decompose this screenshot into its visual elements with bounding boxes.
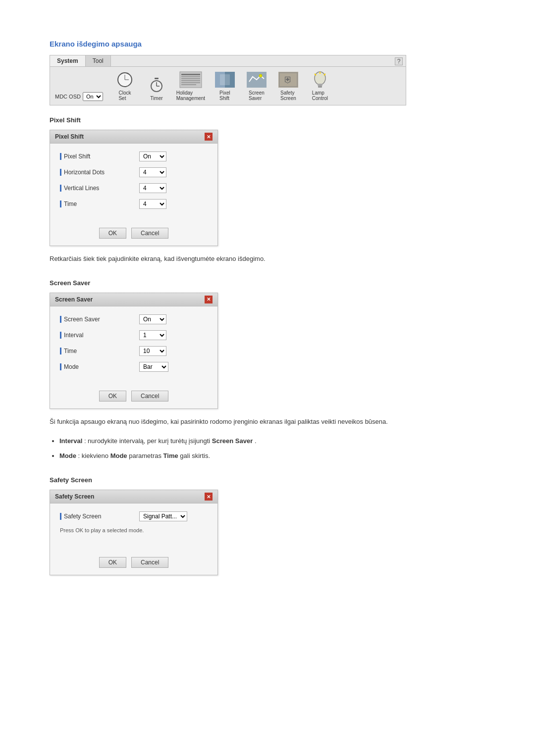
label-bar [60,363,61,370]
tab-tool[interactable]: Tool [86,55,111,66]
toolbar-item-safety-screen[interactable]: ⛨ SafetyScreen [273,71,303,101]
pixel-shift-dialog-body: Pixel Shift OnOff Horizontal Dots [50,144,217,223]
toolbar-item-lamp-control[interactable]: LampControl [305,71,335,101]
safety-screen-icon-box: ⛨ [277,71,299,89]
label-bar [60,201,61,207]
pixel-shift-ok-button[interactable]: OK [99,228,126,239]
safety-screen-dialog-header: Safety Screen ✕ [50,490,217,504]
pixel-shift-row-h-dots: Horizontal Dots 1234 [60,167,208,177]
ss-time-select[interactable]: 102030 [139,346,166,356]
bullet-mode: Mode : kiekvieno Mode parametras Time ga… [59,451,485,461]
toolbar-item-holiday[interactable]: HolidayManagement [173,71,208,101]
screen-saver-row-time: Time 102030 [60,346,208,356]
screen-saver-label-mode: Mode [60,363,139,370]
safety-screen-dialog-body: Safety Screen Signal Patt... White Black… [50,504,217,552]
bullet-mode-text2: parametras [129,452,163,459]
svg-rect-20 [318,84,322,86]
screen-saver-row-mode: Mode BarFadeScroll [60,362,208,372]
safety-screen-icon: ⛨ [278,72,298,88]
svg-rect-9 [181,82,200,83]
h-dots-select[interactable]: 1234 [139,167,166,177]
svg-rect-8 [181,80,200,81]
screen-saver-dialog-body: Screen Saver OnOff Interval [50,306,217,386]
interval-select[interactable]: 123 [139,330,166,340]
pixel-shift-label: PixelShift [219,90,230,101]
bullet-interval: Interval : nurodykite intervalą, per kur… [59,436,485,447]
pixel-shift-heading: Pixel Shift [50,116,485,124]
screen-saver-label-time: Time [60,348,139,354]
pixel-shift-dialog-footer: OK Cancel [50,223,217,246]
toolbar-item-screen-saver[interactable]: ScreenSaver [242,71,271,101]
tab-system[interactable]: System [50,55,86,66]
screen-saver-icon [247,72,267,88]
screen-saver-row-main: Screen Saver OnOff [60,314,208,324]
svg-rect-7 [181,78,200,79]
safety-screen-close-button[interactable]: ✕ [205,493,213,501]
timer-icon-box [146,76,167,94]
label-bar [60,185,61,192]
svg-text:⛨: ⛨ [284,75,293,85]
safety-screen-cancel-button[interactable]: Cancel [131,557,168,568]
safety-screen-label-main: Safety Screen [60,513,139,520]
toolbar-item-timer[interactable]: Timer [142,76,171,101]
screen-saver-cancel-button[interactable]: Cancel [131,391,168,402]
screen-saver-select[interactable]: OnOff [139,314,166,324]
holiday-icon [179,71,202,88]
mdc-label: MDC OSD [55,94,81,100]
screen-saver-heading: Screen Saver [50,279,485,287]
pixel-shift-cancel-button[interactable]: Cancel [131,228,168,239]
safety-screen-note: Press OK to play a selected mode. [60,527,144,533]
pixel-shift-select[interactable]: OnOff [139,151,166,161]
page-title: Ekrano išdegimo apsauga [50,40,485,48]
pixel-shift-dialog-header: Pixel Shift ✕ [50,130,217,144]
screen-saver-label-main: Screen Saver [60,316,139,323]
safety-screen-row-main: Safety Screen Signal Patt... White Black… [60,511,208,521]
safety-screen-ok-button[interactable]: OK [99,557,126,568]
pixel-shift-control-pixel-shift: OnOff [139,151,166,161]
pixel-shift-control-h-dots: 1234 [139,167,166,177]
pixel-shift-label-v-lines: Vertical Lines [60,185,139,192]
timer-icon [149,77,164,93]
pixel-shift-label-time: Time [60,201,139,207]
safety-screen-select[interactable]: Signal Patt... White Black Checker Gradi… [139,511,187,521]
v-lines-select[interactable]: 1234 [139,183,166,193]
screen-saver-section: Screen Saver Screen Saver ✕ Screen Saver… [50,279,485,461]
toolbar-item-pixel-shift[interactable]: PixelShift [210,71,240,101]
clock-icon [117,72,132,87]
bullet-interval-end: . [255,437,257,445]
toolbar-item-clock-set[interactable]: ClockSet [110,71,140,101]
holiday-label: HolidayManagement [176,90,205,101]
bullet-mode-text3: gali skirtis. [180,452,210,459]
page-container: Ekrano išdegimo apsauga System Tool ? MD… [50,40,485,575]
screen-saver-dialog-header: Screen Saver ✕ [50,293,217,306]
pixel-shift-close-button[interactable]: ✕ [205,133,213,141]
safety-screen-dialog-title: Safety Screen [55,493,94,500]
safety-screen-note-row: Press OK to play a selected mode. [60,527,208,538]
time-select[interactable]: 1234 [139,199,166,209]
clock-set-label: ClockSet [118,90,131,101]
screen-saver-close-button[interactable]: ✕ [205,296,213,303]
pixel-shift-label-pixel-shift: Pixel Shift [60,153,139,160]
screen-saver-row-interval: Interval 123 [60,330,208,340]
label-bar [60,316,61,323]
pixel-shift-dialog: Pixel Shift ✕ Pixel Shift OnOff [50,130,218,246]
screen-saver-dialog: Screen Saver ✕ Screen Saver OnOff [50,293,218,409]
bullet-interval-screen-saver: Screen Saver [212,437,253,445]
pixel-shift-icon [215,72,235,88]
screen-saver-ok-button[interactable]: OK [99,391,126,402]
pixel-shift-row-time: Time 1234 [60,199,208,209]
pixel-shift-row-pixel-shift: Pixel Shift OnOff [60,151,208,161]
label-bar [60,513,61,520]
pixel-shift-label-h-dots: Horizontal Dots [60,169,139,176]
screen-saver-control-main: OnOff [139,314,166,324]
mode-select[interactable]: BarFadeScroll [139,362,168,372]
mdc-osd-select[interactable]: On Off [83,92,103,101]
svg-rect-6 [181,76,200,77]
timer-label: Timer [150,96,162,101]
svg-point-15 [259,74,262,77]
pixel-shift-description: Retkarčiais šiek tiek pajudinkite ekraną… [50,254,485,264]
question-mark-button[interactable]: ? [395,57,403,65]
screen-saver-control-interval: 123 [139,330,166,340]
pixel-shift-control-v-lines: 1234 [139,183,166,193]
screen-saver-dialog-footer: OK Cancel [50,386,217,408]
